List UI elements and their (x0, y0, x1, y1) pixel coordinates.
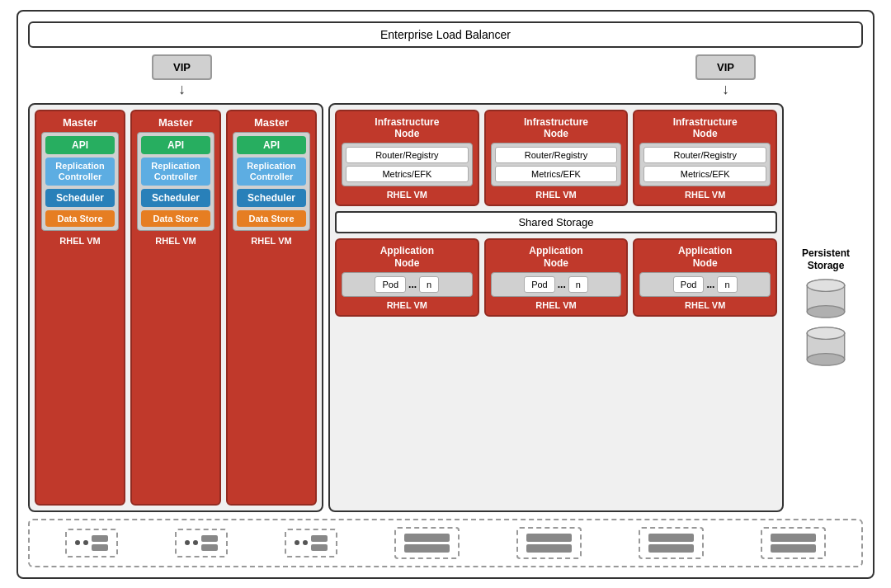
shared-storage-bar: Shared Storage (335, 211, 777, 233)
main-row: Master API ReplicationController Schedul… (28, 103, 863, 512)
hw-dot-3a (295, 540, 299, 545)
master-2-scheduler: Scheduler (141, 189, 210, 207)
master-3-api: API (237, 136, 306, 154)
hw-wide-4 (771, 534, 816, 542)
infra-2-inner: Router/Registry Metrics/EFK (491, 143, 622, 186)
hardware-row (28, 519, 863, 567)
app-1-vm-label: RHEL VM (387, 300, 427, 310)
svg-point-3 (807, 280, 844, 292)
master-card-1: Master API ReplicationController Schedul… (35, 110, 125, 506)
infra-card-1: InfrastructureNode Router/Registry Metri… (335, 110, 479, 207)
diagram-container: Enterprise Load Balancer VIP ↓ VIP ↓ Mas… (16, 10, 874, 579)
master-2-rc: ReplicationController (141, 158, 210, 186)
master-1-rc: ReplicationController (45, 158, 115, 186)
app-card-2: ApplicationNode Pod ... n RHEL VM (484, 238, 629, 317)
app-2-vm-label: RHEL VM (535, 300, 576, 310)
master-2-api: API (141, 136, 210, 154)
master-3-rc: ReplicationController (237, 158, 306, 186)
master-2-title: Master (158, 116, 193, 129)
hw-wide-2b (526, 544, 572, 553)
hw-dot-3b (303, 540, 308, 545)
vip-right: VIP ↓ (695, 54, 756, 96)
infra-3-vm-label: RHEL VM (685, 190, 725, 200)
hw-server-3 (285, 529, 337, 557)
infra-3-title: InfrastructureNode (673, 116, 738, 140)
app-2-title: ApplicationNode (529, 245, 582, 269)
hw-server-1 (65, 529, 118, 557)
shared-storage-label: Shared Storage (518, 216, 593, 228)
infra-3-inner: Router/Registry Metrics/EFK (639, 143, 771, 186)
vip-box-left: VIP (152, 54, 212, 80)
db-cylinder-1 (801, 278, 851, 319)
infra-1-router: Router/Registry (346, 147, 469, 163)
hw-dot-1a (75, 540, 80, 545)
master-1-api: API (45, 136, 115, 154)
master-1-vm-label: RHEL VM (59, 236, 100, 246)
persistent-storage-label: Persistent Storage (789, 247, 863, 271)
infra-2-router: Router/Registry (495, 147, 618, 163)
infra-1-inner: Router/Registry Metrics/EFK (342, 143, 473, 186)
app-1-dots: ... (408, 279, 417, 290)
hw-switch-2 (516, 527, 582, 559)
persistent-storage: Persistent Storage (789, 103, 863, 512)
app-3-title: ApplicationNode (678, 245, 732, 269)
master-2-vm-label: RHEL VM (155, 236, 196, 246)
svg-point-2 (807, 306, 844, 318)
hw-bar-2a (201, 535, 218, 542)
svg-point-7 (807, 327, 844, 340)
app-1-n: n (419, 276, 439, 293)
hw-server-2 (175, 529, 228, 557)
infra-2-metrics: Metrics/EFK (495, 166, 618, 182)
hw-dot-2a (185, 540, 190, 545)
arrow-down-right: ↓ (722, 82, 729, 96)
app-1-inner: Pod ... n (342, 272, 473, 297)
hw-switch-4 (761, 527, 826, 559)
hw-wide-2 (526, 534, 572, 542)
app-3-pod: Pod (673, 276, 705, 293)
app-2-inner: Pod ... n (491, 272, 622, 297)
app-2-pod: Pod (524, 276, 555, 293)
hw-bar-1b (92, 544, 108, 551)
load-balancer-label: Enterprise Load Balancer (380, 28, 511, 41)
hw-dot-2b (193, 540, 198, 545)
app-3-vm-label: RHEL VM (685, 300, 725, 310)
vip-row: VIP ↓ VIP ↓ (28, 54, 863, 96)
app-1-pod: Pod (375, 276, 406, 293)
master-3-scheduler: Scheduler (237, 189, 306, 207)
master-3-inner: API ReplicationController Scheduler Data… (233, 132, 310, 231)
app-card-1: ApplicationNode Pod ... n RHEL VM (335, 238, 479, 317)
hw-switch-3 (639, 527, 704, 559)
master-1-title: Master (63, 116, 97, 129)
hw-bar-2b (201, 544, 218, 551)
infra-row: InfrastructureNode Router/Registry Metri… (335, 110, 777, 207)
master-1-datastore: Data Store (45, 210, 115, 227)
vip-left: VIP ↓ (152, 54, 212, 96)
infra-card-3: InfrastructureNode Router/Registry Metri… (633, 110, 777, 207)
master-2-inner: API ReplicationController Scheduler Data… (137, 132, 214, 231)
master-3-title: Master (254, 116, 289, 129)
master-1-inner: API ReplicationController Scheduler Data… (41, 132, 119, 231)
hw-wide-1b (404, 544, 450, 553)
hw-bar-3b (311, 544, 328, 551)
db-cylinder-2 (801, 326, 851, 367)
infra-card-2: InfrastructureNode Router/Registry Metri… (484, 110, 629, 207)
master-2-datastore: Data Store (141, 210, 210, 227)
hw-dot-1b (83, 540, 88, 545)
infra-1-title: InfrastructureNode (375, 116, 439, 140)
infra-2-vm-label: RHEL VM (535, 190, 576, 200)
hw-switch-1 (394, 527, 460, 559)
hw-bar-1a (92, 535, 108, 542)
app-row: ApplicationNode Pod ... n RHEL VM Applic… (335, 238, 777, 317)
nodes-section: InfrastructureNode Router/Registry Metri… (328, 103, 784, 512)
app-3-n: n (717, 276, 737, 293)
app-3-dots: ... (706, 279, 714, 290)
app-1-title: ApplicationNode (380, 245, 434, 269)
app-3-inner: Pod ... n (639, 272, 771, 297)
app-card-3: ApplicationNode Pod ... n RHEL VM (633, 238, 777, 317)
hw-wide-1 (404, 534, 450, 542)
infra-1-vm-label: RHEL VM (387, 190, 427, 200)
master-card-3: Master API ReplicationController Schedul… (226, 110, 317, 506)
master-card-2: Master API ReplicationController Schedul… (130, 110, 221, 506)
master-1-scheduler: Scheduler (45, 189, 115, 207)
infra-3-metrics: Metrics/EFK (644, 166, 766, 182)
